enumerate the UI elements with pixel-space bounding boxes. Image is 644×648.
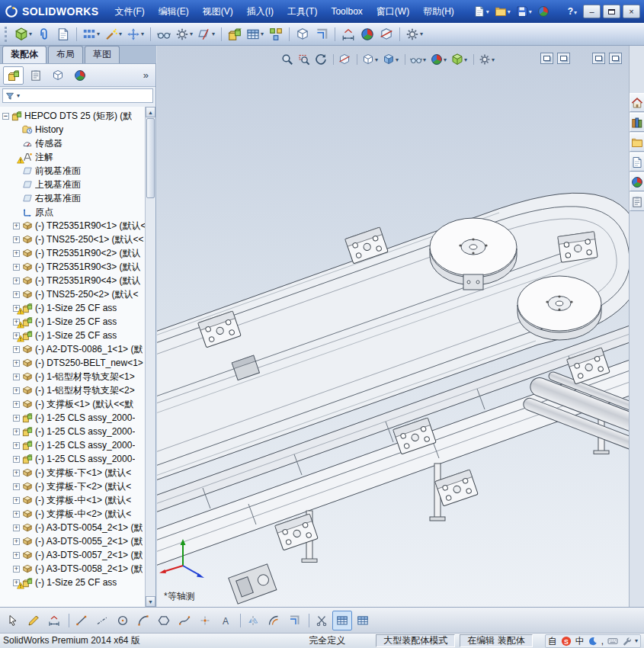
expand-icon[interactable] xyxy=(13,236,20,243)
expand-icon[interactable] xyxy=(13,428,20,435)
tree-item[interactable]: (-) 支撑板<1> (默认<<默 xyxy=(0,397,145,411)
tree-item[interactable]: (-) 支撑板-下<1> (默认< xyxy=(0,466,145,480)
tree-item[interactable]: (-) TR25351R90<2> (默认 xyxy=(0,246,145,260)
assembly-features-icon[interactable]: ▾ xyxy=(173,24,195,44)
appearances-scenes-icon[interactable] xyxy=(630,172,644,191)
text-icon[interactable] xyxy=(216,611,235,630)
tree-item[interactable]: (-) A2-DTS-0086_1<1> (默 xyxy=(0,342,145,356)
tree-item[interactable]: 注解 xyxy=(0,150,145,164)
tree-item[interactable]: (-) 1-Size 25 CF ass xyxy=(0,301,145,315)
reference-geometry-icon[interactable]: ▾ xyxy=(195,24,217,44)
tree-item[interactable]: (-) TR25351R90<3> (默认 xyxy=(0,260,145,274)
expand-icon[interactable] xyxy=(13,223,20,229)
tree-item[interactable]: (-) 1-25 CLS assy_2000- xyxy=(0,452,145,466)
smart-fasteners-icon[interactable]: ▾ xyxy=(102,24,124,44)
centerline-icon[interactable] xyxy=(92,611,112,630)
tree-item[interactable]: (-) A3-DTS-0057_2<1> (默 xyxy=(0,548,145,562)
tree-item[interactable]: 上视基准面 xyxy=(0,178,145,191)
menu-item[interactable]: 编辑(E) xyxy=(152,0,196,23)
tree-item[interactable]: (-) TR25351R90<4> (默认 xyxy=(0,274,145,287)
graphics-area[interactable]: ▾ ▾ ▾ ▾ ▾ xyxy=(157,46,629,607)
ime-moon-icon[interactable] xyxy=(588,637,598,646)
measure-icon[interactable]: ▾ xyxy=(338,24,357,44)
document-tab[interactable]: 装配体 xyxy=(2,46,46,63)
expand-icon[interactable] xyxy=(13,538,20,545)
convert-entities-icon[interactable] xyxy=(284,611,304,630)
tree-item[interactable]: (-) 1-Size 25 CF ass xyxy=(0,315,145,329)
options-icon[interactable]: ▾ xyxy=(403,24,425,44)
point-icon[interactable] xyxy=(195,611,215,630)
minimize-button[interactable]: – xyxy=(583,5,601,18)
mirror-entities-icon[interactable] xyxy=(243,611,263,630)
scroll-up-icon[interactable]: ▲ xyxy=(146,107,155,117)
zoom-to-fit-icon[interactable]: ▾ xyxy=(279,51,296,68)
circle-icon[interactable] xyxy=(113,611,133,630)
scroll-down-icon[interactable]: ▼ xyxy=(146,596,155,607)
tree-item[interactable]: (-) 1-25 CLS assy_2000- xyxy=(0,425,145,438)
expand-icon[interactable] xyxy=(13,291,20,298)
expand-icon[interactable] xyxy=(13,566,20,573)
insert-components-icon[interactable]: ▾ xyxy=(12,24,34,44)
expand-icon[interactable] xyxy=(13,250,20,257)
bill-of-materials-icon[interactable]: ▾ xyxy=(244,24,266,44)
ime-punctuation-label[interactable]: , xyxy=(601,637,604,646)
expand-icon[interactable] xyxy=(2,113,9,120)
expand-icon[interactable] xyxy=(13,552,20,559)
document-tab[interactable]: 草图 xyxy=(85,46,120,63)
tree-item[interactable]: (-) DTS250-BELT_new<1> xyxy=(0,356,145,370)
solidworks-resources-icon[interactable] xyxy=(630,93,644,112)
sketch-icon[interactable] xyxy=(24,611,43,630)
ime-settings-icon[interactable] xyxy=(622,637,631,646)
move-component-icon[interactable]: ▾ xyxy=(124,24,146,44)
collapse-featuremanager-icon[interactable] xyxy=(540,53,553,64)
arc-icon[interactable] xyxy=(133,611,153,630)
tree-item[interactable]: (-) 1-25 CLS assy_2000- xyxy=(0,438,145,452)
trim-entities-icon[interactable] xyxy=(312,611,332,630)
menu-item[interactable]: 插入(I) xyxy=(240,0,280,23)
expand-icon[interactable] xyxy=(13,360,20,367)
expand-icon[interactable] xyxy=(13,470,20,476)
component-pattern-icon[interactable]: ▾ xyxy=(80,24,102,44)
expand-icon[interactable] xyxy=(13,346,20,353)
offset-entities-icon[interactable] xyxy=(264,611,284,630)
tree-item[interactable]: (-) A3-DTS-0058_2<1> (默 xyxy=(0,562,145,576)
tree-item[interactable]: (-) 1-25 CLS assy_2000- xyxy=(0,411,145,425)
custom-properties-icon[interactable] xyxy=(630,192,644,211)
scrollbar-thumb[interactable] xyxy=(146,118,155,198)
design-library-icon[interactable] xyxy=(630,113,644,132)
close-pane-icon[interactable] xyxy=(609,53,622,64)
tree-item[interactable]: (-) TNS25-250<1> (默认<< xyxy=(0,233,145,246)
expand-icon[interactable] xyxy=(13,483,20,490)
menu-item[interactable]: 窗口(W) xyxy=(370,0,416,23)
tree-item[interactable]: (-) 1-铝型材导轨支架<2> xyxy=(0,383,145,397)
component-preview-icon[interactable]: ▾ xyxy=(53,24,72,44)
tree-item[interactable]: (-) A3-DTS-0055_2<1> (默 xyxy=(0,534,145,548)
hide-show-items-icon[interactable]: ▾ xyxy=(408,51,428,68)
select-icon[interactable] xyxy=(3,611,23,630)
configurationmanager-tab-icon[interactable] xyxy=(47,66,68,85)
featuremanager-tab-icon[interactable] xyxy=(3,66,24,85)
table-icon[interactable] xyxy=(353,611,373,630)
zoom-to-area-icon[interactable]: ▾ xyxy=(296,51,312,68)
sogou-ime-icon[interactable] xyxy=(561,636,572,646)
ime-auto-label[interactable]: 自 xyxy=(548,637,557,646)
tree-item[interactable]: (-) 支撑板-中<1> (默认< xyxy=(0,493,145,507)
grid-system-icon[interactable] xyxy=(332,611,352,630)
tree-item[interactable]: HEPCO DTS 25 (矩形) (默 xyxy=(0,109,145,123)
tree-item[interactable]: 前视基准面 xyxy=(0,164,145,178)
tree-item[interactable]: (-) TR25351R90<1> (默认< xyxy=(0,219,145,233)
pin-featuremanager-icon[interactable] xyxy=(557,53,570,64)
new-motion-study-icon[interactable]: ▾ xyxy=(225,24,244,44)
ime-chinese-label[interactable]: 中 xyxy=(575,637,585,646)
save-icon[interactable]: ▾ xyxy=(514,4,533,19)
tree-item[interactable]: (-) 1-Size 25 CF ass xyxy=(0,576,145,589)
expand-icon[interactable] xyxy=(13,497,20,504)
expand-icon[interactable] xyxy=(13,401,20,408)
display-style-icon[interactable]: ▾ xyxy=(380,51,401,68)
tree-item[interactable]: (-) 1-铝型材导轨支架<1> xyxy=(0,370,145,383)
undock-pane-icon[interactable] xyxy=(592,53,605,64)
new-document-icon[interactable]: ▾ xyxy=(472,4,491,19)
close-button[interactable]: × xyxy=(623,5,640,18)
expand-icon[interactable] xyxy=(13,442,20,449)
tree-scrollbar[interactable]: ▲ ▼ xyxy=(145,107,155,607)
